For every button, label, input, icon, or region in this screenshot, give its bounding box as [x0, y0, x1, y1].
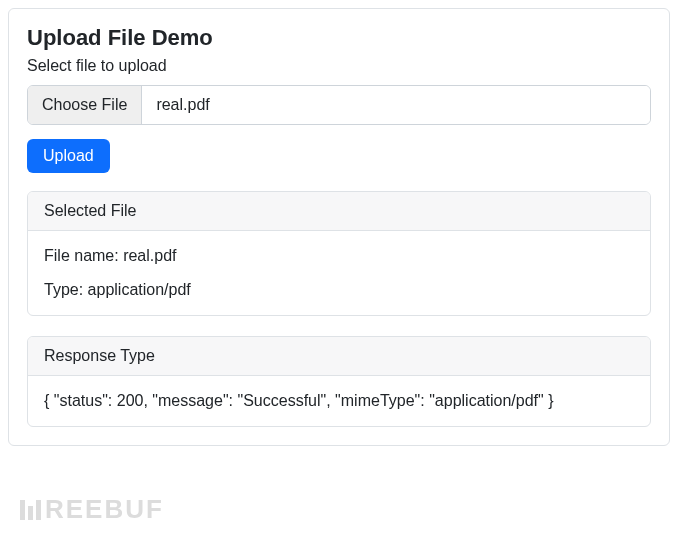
selected-file-panel: Selected File File name: real.pdf Type: … — [27, 191, 651, 316]
response-text: { "status": 200, "message": "Successful"… — [44, 392, 634, 410]
response-header: Response Type — [28, 337, 650, 376]
upload-card: Upload File Demo Select file to upload C… — [8, 8, 670, 446]
choose-file-button[interactable]: Choose File — [28, 86, 142, 124]
file-type-line: Type: application/pdf — [44, 281, 634, 299]
response-panel: Response Type { "status": 200, "message"… — [27, 336, 651, 427]
selected-file-name: real.pdf — [142, 86, 650, 124]
subtitle-label: Select file to upload — [27, 57, 651, 75]
selected-file-header: Selected File — [28, 192, 650, 231]
page-title: Upload File Demo — [27, 25, 651, 51]
upload-button[interactable]: Upload — [27, 139, 110, 173]
response-body: { "status": 200, "message": "Successful"… — [28, 376, 650, 426]
file-input[interactable]: Choose File real.pdf — [27, 85, 651, 125]
selected-file-body: File name: real.pdf Type: application/pd… — [28, 231, 650, 315]
file-name-line: File name: real.pdf — [44, 247, 634, 265]
